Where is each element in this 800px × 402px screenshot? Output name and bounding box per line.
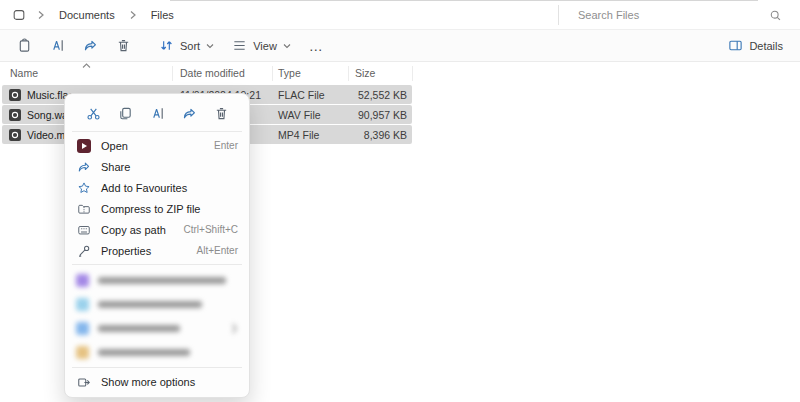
- app-icon: [76, 322, 89, 335]
- see-more-button[interactable]: …: [300, 37, 333, 55]
- menu-item-show-more-options[interactable]: Show more options: [69, 371, 245, 393]
- zip-folder-icon: [76, 202, 92, 216]
- menu-item-label: Add to Favourites: [101, 182, 187, 194]
- menu-shortcut: Enter: [214, 140, 238, 151]
- search-icon[interactable]: [769, 9, 792, 22]
- chevron-right-icon[interactable]: [37, 10, 45, 20]
- redacted-label: [98, 277, 226, 284]
- chevron-down-icon: [283, 43, 291, 49]
- menu-item-label: Share: [101, 161, 130, 173]
- search-input[interactable]: [566, 9, 769, 21]
- show-more-options-icon: [76, 375, 92, 389]
- file-type: FLAC File: [278, 89, 325, 101]
- column-header-type[interactable]: Type: [278, 67, 301, 79]
- delete-button[interactable]: [107, 33, 140, 58]
- breadcrumb-files[interactable]: Files: [148, 7, 177, 23]
- rename-button[interactable]: [41, 33, 74, 58]
- redacted-menu-item[interactable]: ❯: [69, 316, 245, 340]
- menu-item-label: Open: [101, 140, 128, 152]
- column-divider[interactable]: [172, 66, 173, 81]
- breadcrumb: Documents Files: [12, 0, 177, 30]
- media-file-icon: [9, 129, 21, 141]
- menu-item-share[interactable]: Share: [69, 156, 245, 177]
- more-label: …: [309, 42, 324, 50]
- menu-separator: [72, 367, 242, 368]
- view-label: View: [253, 40, 277, 52]
- cut-icon[interactable]: [83, 103, 104, 124]
- menu-separator: [72, 264, 242, 265]
- delete-icon[interactable]: [211, 103, 232, 124]
- file-type: MP4 File: [278, 129, 319, 141]
- menu-shortcut: Alt+Enter: [197, 245, 238, 256]
- file-size: 90,957 KB: [358, 109, 407, 121]
- context-menu: Open Enter Share Add to Favourites Compr…: [64, 93, 250, 398]
- redacted-menu-item[interactable]: [69, 292, 245, 316]
- quick-actions-row: [69, 98, 245, 128]
- column-divider[interactable]: [412, 66, 413, 81]
- menu-item-open[interactable]: Open Enter: [69, 135, 245, 156]
- list-column-headers: Name Date modified Type Size: [0, 63, 800, 84]
- column-header-date-modified[interactable]: Date modified: [180, 67, 245, 79]
- redacted-label: [98, 325, 180, 332]
- menu-item-label: Properties: [101, 245, 151, 257]
- media-player-icon: [76, 139, 92, 153]
- column-header-size[interactable]: Size: [355, 67, 375, 79]
- location-icon[interactable]: [12, 8, 26, 22]
- menu-item-label: Copy as path: [101, 224, 166, 236]
- menu-item-add-to-favourites[interactable]: Add to Favourites: [69, 177, 245, 198]
- column-divider[interactable]: [348, 66, 349, 81]
- menu-item-compress-to-zip[interactable]: Compress to ZIP file: [69, 198, 245, 219]
- rename-icon[interactable]: [147, 103, 168, 124]
- file-type: WAV File: [278, 109, 321, 121]
- column-divider[interactable]: [272, 66, 273, 81]
- file-size: 8,396 KB: [364, 129, 407, 141]
- menu-item-label: Compress to ZIP file: [101, 203, 200, 215]
- redacted-menu-item[interactable]: [69, 340, 245, 364]
- star-icon: [76, 181, 92, 195]
- menu-separator: [72, 131, 242, 132]
- column-header-name[interactable]: Name: [10, 67, 38, 79]
- details-label: Details: [749, 40, 783, 52]
- menu-item-copy-as-path[interactable]: Copy as path Ctrl+Shift+C: [69, 219, 245, 240]
- menu-item-properties[interactable]: Properties Alt+Enter: [69, 240, 245, 261]
- media-file-icon: [9, 89, 21, 101]
- redacted-label: [98, 301, 202, 308]
- copy-icon[interactable]: [115, 103, 136, 124]
- redacted-label: [98, 349, 190, 356]
- share-button[interactable]: [74, 33, 107, 58]
- menu-shortcut: Ctrl+Shift+C: [184, 224, 238, 235]
- sort-ascending-icon: [82, 63, 91, 69]
- submenu-chevron-icon: ❯: [230, 323, 238, 333]
- address-bar: Documents Files: [0, 0, 800, 30]
- view-button[interactable]: View: [223, 33, 300, 58]
- command-toolbar: Sort View … Details: [0, 30, 800, 62]
- wrench-icon: [76, 244, 92, 258]
- search-box: [566, 0, 792, 30]
- chevron-down-icon: [206, 43, 214, 49]
- app-icon: [76, 298, 89, 311]
- file-size: 52,552 KB: [358, 89, 407, 101]
- sort-button[interactable]: Sort: [150, 33, 223, 58]
- share-icon: [76, 160, 92, 174]
- redacted-menu-item[interactable]: [69, 268, 245, 292]
- divider: [558, 5, 559, 25]
- app-icon: [76, 274, 89, 287]
- share-icon[interactable]: [179, 103, 200, 124]
- app-icon: [76, 346, 89, 359]
- chevron-right-icon[interactable]: [129, 10, 137, 20]
- details-pane-button[interactable]: Details: [719, 33, 792, 58]
- paste-button[interactable]: [8, 33, 41, 58]
- breadcrumb-documents[interactable]: Documents: [56, 7, 118, 23]
- media-file-icon: [9, 109, 21, 121]
- menu-item-label: Show more options: [101, 376, 195, 388]
- copy-path-icon: [76, 223, 92, 237]
- sort-label: Sort: [180, 40, 200, 52]
